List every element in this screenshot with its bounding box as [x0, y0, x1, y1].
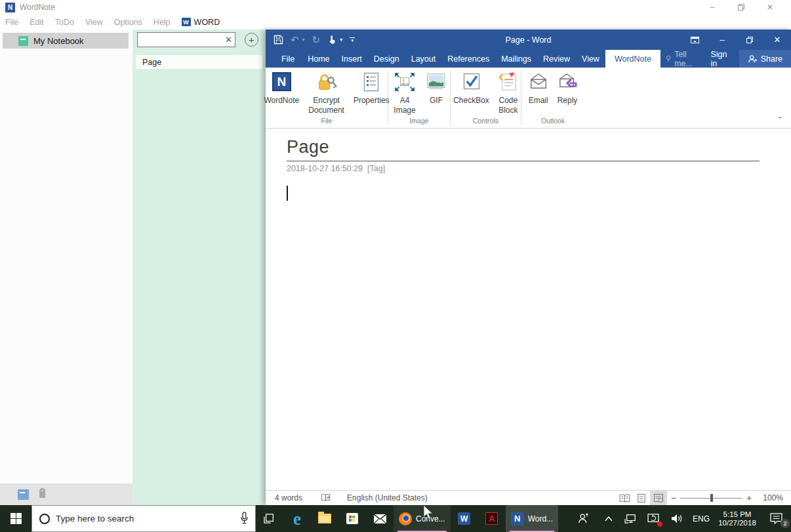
- acrobat-taskbar-button[interactable]: A: [478, 505, 506, 532]
- menu-help[interactable]: Help: [153, 18, 171, 27]
- tag-icon[interactable]: [38, 487, 47, 502]
- wordnote-close-button[interactable]: ✕: [756, 0, 784, 14]
- show-hidden-icons-button[interactable]: [598, 505, 619, 532]
- tell-me-label: Tell me...: [674, 50, 699, 68]
- properties-button[interactable]: Properties: [350, 71, 394, 106]
- save-icon[interactable]: [274, 35, 283, 45]
- word-ribbon-tabs: File Home Insert Design Layout Reference…: [266, 50, 791, 68]
- action-center-button[interactable]: 2: [761, 505, 791, 532]
- task-view-button[interactable]: [256, 505, 283, 532]
- word-minimize-button[interactable]: –: [708, 30, 736, 50]
- zoom-slider[interactable]: [680, 491, 742, 505]
- file-explorer-button[interactable]: [311, 505, 338, 532]
- taskbar-search-box[interactable]: Type here to search: [31, 505, 256, 532]
- touch-mode-dropdown-icon[interactable]: ▾: [340, 37, 342, 43]
- sign-in-button[interactable]: Sign in: [704, 50, 736, 68]
- proofing-icon[interactable]: [321, 493, 331, 502]
- tab-insert[interactable]: Insert: [336, 50, 368, 68]
- volume-button[interactable]: [665, 505, 689, 532]
- tab-mailings[interactable]: Mailings: [495, 50, 537, 68]
- acrobat-icon: A: [485, 512, 498, 525]
- gif-button[interactable]: GIF: [422, 71, 450, 106]
- menu-todo[interactable]: ToDo: [55, 18, 74, 27]
- wordnote-taskbar-button[interactable]: N Word...: [506, 505, 558, 532]
- wordnote-restore-button[interactable]: [727, 0, 756, 14]
- search-clear-icon[interactable]: ✕: [225, 35, 232, 45]
- tab-view[interactable]: View: [576, 50, 605, 68]
- sidebar-item-my-notebook[interactable]: My Notebook: [3, 33, 129, 49]
- document-canvas[interactable]: Page 2018-10-27 16:50:29 [Tag]: [266, 129, 791, 490]
- checkbox-button[interactable]: CheckBox: [449, 71, 493, 106]
- zoom-in-button[interactable]: +: [742, 493, 756, 503]
- wordnote-minimize-button[interactable]: –: [698, 0, 727, 14]
- touch-mode-icon[interactable]: [327, 35, 336, 45]
- a4-image-button[interactable]: A4 Image: [388, 71, 421, 115]
- wordnote-window: N WordNote – ✕ File Edit ToDo View Optio…: [0, 0, 791, 505]
- word-close-button[interactable]: ✕: [763, 30, 791, 50]
- document-heading[interactable]: Page: [287, 137, 760, 157]
- note-list-item-page[interactable]: Page: [136, 55, 262, 69]
- add-page-button[interactable]: +: [245, 33, 258, 47]
- firefox-taskbar-button[interactable]: Conve...: [394, 505, 451, 532]
- clock[interactable]: 5:15 PM 10/27/2018: [714, 505, 761, 532]
- menu-word[interactable]: W WORD: [182, 18, 220, 27]
- notes-search-box[interactable]: ✕: [137, 32, 235, 47]
- word-restore-button[interactable]: [736, 30, 763, 50]
- reply-envelope-icon: [558, 72, 577, 96]
- tab-file[interactable]: File: [274, 50, 302, 68]
- microphone-icon[interactable]: [240, 512, 249, 527]
- word-count[interactable]: 4 words: [275, 493, 302, 502]
- notes-search-input[interactable]: [138, 33, 222, 47]
- tab-references[interactable]: References: [441, 50, 495, 68]
- speaker-icon: [671, 514, 683, 523]
- language-status[interactable]: English (United States): [347, 493, 428, 502]
- word-app-icon: W: [458, 512, 470, 525]
- collapse-ribbon-icon[interactable]: ⌃: [777, 115, 783, 124]
- undo-icon[interactable]: ↶: [291, 34, 299, 46]
- language-indicator[interactable]: ENG: [689, 505, 714, 532]
- tab-home[interactable]: Home: [302, 50, 335, 68]
- zoom-percentage[interactable]: 100%: [756, 493, 783, 502]
- menu-file[interactable]: File: [5, 18, 18, 27]
- mail-button[interactable]: [366, 505, 394, 532]
- notebook-blue-icon[interactable]: [18, 489, 29, 500]
- tell-me-box[interactable]: Tell me...: [660, 50, 704, 68]
- undo-dropdown-icon[interactable]: ▾: [302, 37, 305, 43]
- document-timestamp[interactable]: 2018-10-27 16:50:29 [Tag]: [287, 164, 791, 173]
- wordnote-ribbon-button[interactable]: N WordNote: [260, 71, 303, 106]
- tab-layout[interactable]: Layout: [405, 50, 442, 68]
- store-button[interactable]: [338, 505, 366, 532]
- menu-options[interactable]: Options: [114, 18, 142, 27]
- store-icon: [346, 513, 358, 524]
- edge-button[interactable]: e: [283, 505, 311, 532]
- share-button[interactable]: Share: [739, 50, 791, 68]
- tab-wordnote[interactable]: WordNote: [605, 50, 660, 68]
- email-button[interactable]: Email: [525, 71, 552, 106]
- ribbon-group-file: N WordNote: [266, 68, 388, 128]
- ribbon-display-options-button[interactable]: [681, 30, 708, 50]
- notebook-label: My Notebook: [33, 36, 84, 46]
- wordnote-title: WordNote: [20, 3, 55, 12]
- people-button[interactable]: [569, 505, 598, 532]
- word-titlebar[interactable]: ↶ ▾ ↻ ▾ ▾ Page - Word: [266, 30, 791, 50]
- wordnote-titlebar[interactable]: N WordNote – ✕: [0, 0, 791, 14]
- menu-edit[interactable]: Edit: [30, 18, 44, 27]
- code-block-button[interactable]: Code Block: [495, 71, 522, 115]
- menu-view[interactable]: View: [85, 18, 103, 27]
- zoom-slider-thumb[interactable]: [710, 494, 713, 502]
- redo-icon[interactable]: ↻: [312, 34, 321, 46]
- web-layout-button[interactable]: [650, 491, 667, 505]
- zoom-out-button[interactable]: −: [667, 493, 680, 503]
- ribbon-group-image: A4 Image: [388, 68, 450, 128]
- read-mode-button[interactable]: [616, 491, 633, 505]
- tab-review[interactable]: Review: [537, 50, 576, 68]
- print-layout-button[interactable]: [633, 491, 650, 505]
- network-button[interactable]: [619, 505, 641, 532]
- reply-button[interactable]: Reply: [554, 71, 582, 106]
- start-button[interactable]: [0, 505, 31, 532]
- word-taskbar-button[interactable]: W: [451, 505, 478, 532]
- customize-qat-icon[interactable]: ▾: [350, 37, 355, 42]
- tab-design[interactable]: Design: [368, 50, 405, 68]
- encrypt-document-button[interactable]: Encrypt Document: [304, 71, 348, 115]
- security-notification-button[interactable]: [641, 505, 665, 532]
